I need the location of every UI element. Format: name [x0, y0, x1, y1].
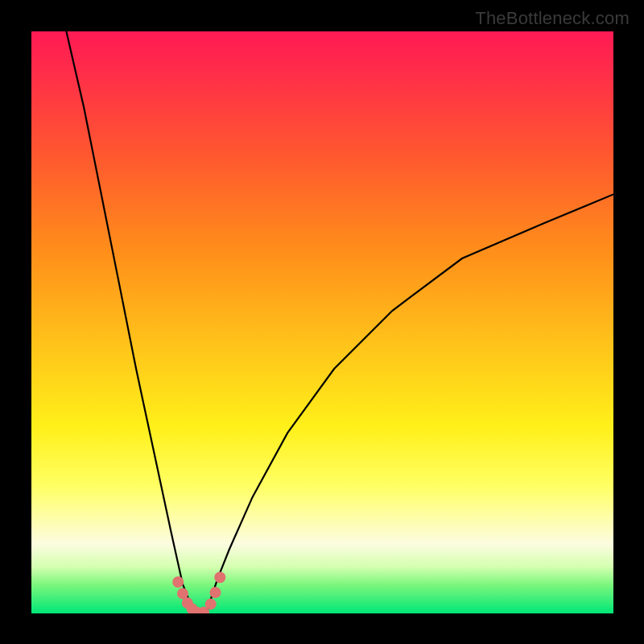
curve-path-group: [66, 31, 613, 613]
sample-marker: [210, 587, 221, 598]
bottleneck-curve-svg: [31, 31, 613, 613]
chart-frame: TheBottleneck.com: [0, 0, 644, 644]
sample-marker: [172, 576, 184, 588]
bottleneck-curve-line: [66, 31, 613, 613]
sample-marker: [205, 598, 217, 609]
sample-marker: [214, 572, 225, 583]
sample-markers-group: [172, 572, 225, 613]
watermark-label: TheBottleneck.com: [475, 8, 630, 29]
plot-area: [31, 31, 613, 613]
